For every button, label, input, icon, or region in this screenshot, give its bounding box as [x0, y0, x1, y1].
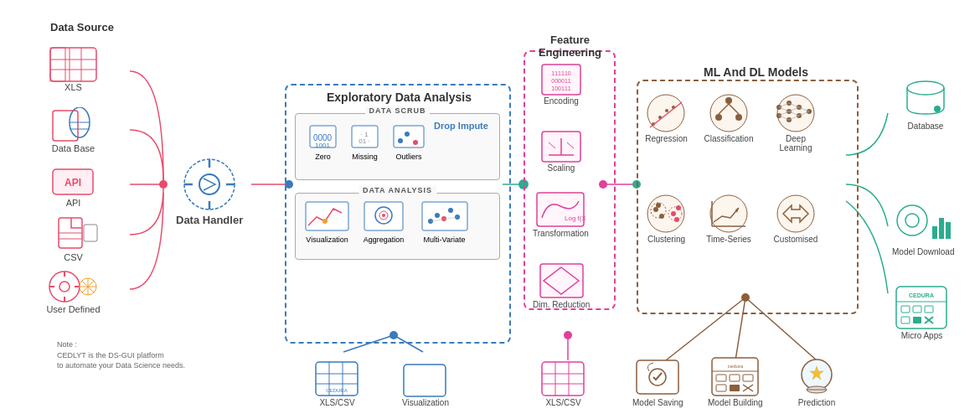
time-series-item: Time-Series — [704, 193, 754, 244]
svg-point-120 — [647, 195, 684, 232]
transformation-item: Log f(X) Transformation — [533, 191, 589, 238]
svg-point-123 — [656, 203, 661, 208]
svg-point-139 — [905, 214, 919, 227]
svg-point-59 — [435, 213, 440, 218]
scaling-item: Scaling — [540, 130, 582, 173]
svg-rect-70 — [404, 365, 446, 396]
svg-text:cedura: cedura — [728, 364, 744, 369]
prediction-box: Prediction — [792, 356, 842, 407]
svg-rect-51 — [306, 202, 348, 230]
xls-icon-box: XLS — [46, 46, 101, 92]
micro-apps-box: CEDURA Micro Apps — [895, 285, 949, 340]
svg-point-0 — [159, 180, 168, 189]
data-scrub-box: DATA SCRUB 0000 1001 Zero · 1 01 · Missi… — [295, 113, 500, 180]
svg-text:API: API — [64, 177, 81, 189]
regression-item: Regression — [643, 92, 689, 143]
clustering-item: Clustering — [643, 193, 689, 244]
customised-item: Customised — [771, 193, 821, 244]
xls-csv-fe-box: XLS/CSV — [540, 360, 586, 407]
svg-text:01 ·: 01 · — [358, 137, 369, 145]
note-line2: CEDLYT is the DS-GUI platform — [57, 350, 185, 361]
svg-rect-8 — [50, 48, 96, 81]
missing-item: · 1 01 · Missing — [346, 124, 384, 161]
svg-point-92 — [665, 109, 668, 112]
svg-text:111110: 111110 — [551, 70, 570, 76]
data-scrub-label: DATA SCRUB — [365, 106, 431, 115]
svg-point-137 — [934, 106, 941, 112]
visualization-eda-box: Visualization — [402, 360, 449, 407]
svg-rect-23 — [84, 225, 97, 241]
svg-text:100111: 100111 — [551, 85, 570, 91]
svg-point-29 — [59, 282, 70, 292]
svg-point-138 — [897, 205, 927, 235]
svg-rect-140 — [932, 226, 937, 239]
user-defined-icon-box: User Defined — [46, 268, 101, 314]
visualization-item: Visualization — [300, 200, 354, 244]
svg-rect-162 — [730, 385, 740, 391]
aggregation-item: Aggregation — [358, 200, 409, 244]
data-handler-box: Data Handler — [176, 155, 243, 226]
fe-title: Feature Engineering — [526, 34, 614, 59]
multivariate-item: Multi-Variate — [417, 200, 472, 244]
note-box: Note : CEDLYT is the DS-GUI platform to … — [57, 339, 185, 371]
svg-point-48 — [398, 138, 403, 143]
svg-text:000011: 000011 — [551, 78, 570, 84]
svg-point-125 — [671, 211, 676, 216]
svg-text:1001: 1001 — [315, 142, 330, 149]
outliers-item: Outliers — [388, 124, 430, 161]
svg-rect-142 — [946, 222, 951, 239]
eda-title: Exploratory Data Analysis — [327, 91, 472, 104]
svg-point-89 — [647, 95, 684, 132]
encoding-item: 111110 000011 100111 Encoding — [540, 63, 582, 106]
drop-impute-item: Drop Impute — [434, 121, 488, 132]
model-saving-box: Model Saving — [632, 356, 683, 407]
svg-point-49 — [405, 132, 410, 137]
data-source-title: Data Source — [50, 21, 114, 34]
database-src-icon-box: Data Base — [46, 107, 101, 153]
svg-point-98 — [735, 114, 742, 121]
svg-point-97 — [715, 114, 722, 121]
svg-rect-141 — [939, 218, 944, 239]
dim-reduction-item: Dim. Reduction — [533, 262, 590, 309]
svg-rect-150 — [913, 317, 921, 323]
svg-rect-84 — [542, 362, 584, 396]
svg-rect-9 — [50, 48, 65, 81]
svg-rect-57 — [422, 202, 467, 230]
svg-point-52 — [322, 219, 328, 224]
svg-point-61 — [448, 208, 453, 213]
xls-csv-eda-box: CEDURA XLS/CSV — [314, 360, 360, 407]
svg-point-121 — [653, 207, 658, 212]
svg-point-96 — [725, 97, 732, 104]
deep-learning-item: Deep Learning — [771, 92, 821, 153]
svg-text:Log f(X): Log f(X) — [565, 215, 585, 222]
database-output-box: Database — [900, 75, 951, 131]
svg-rect-14 — [53, 111, 78, 141]
svg-text:CEDURA: CEDURA — [326, 388, 347, 393]
api-icon-box: API API — [46, 166, 101, 208]
svg-point-6 — [564, 331, 572, 339]
csv-src-icon-box: CSV — [46, 216, 101, 262]
svg-point-134 — [907, 81, 944, 95]
note-line1: Note : — [57, 339, 185, 350]
data-analysis-box: DATA ANALYSIS Visualization Aggregation — [295, 193, 500, 260]
zero-item: 0000 1001 Zero — [304, 124, 342, 161]
classification-item: Classification — [704, 92, 754, 143]
svg-point-50 — [413, 140, 418, 145]
svg-rect-47 — [394, 126, 424, 147]
svg-text:CEDURA: CEDURA — [909, 292, 934, 298]
ml-dl-title: ML And DL Models — [704, 65, 808, 79]
svg-rect-82 — [540, 264, 583, 297]
note-line3: to automate your Data Science needs. — [57, 360, 185, 371]
data-analysis-label: DATA ANALYSIS — [358, 186, 436, 194]
svg-point-56 — [382, 214, 385, 217]
model-building-box: cedura Model Building — [708, 356, 763, 407]
diagram-container: Data Source XLS Data Base API API — [0, 0, 980, 419]
model-download-box: Model Download — [892, 197, 955, 256]
